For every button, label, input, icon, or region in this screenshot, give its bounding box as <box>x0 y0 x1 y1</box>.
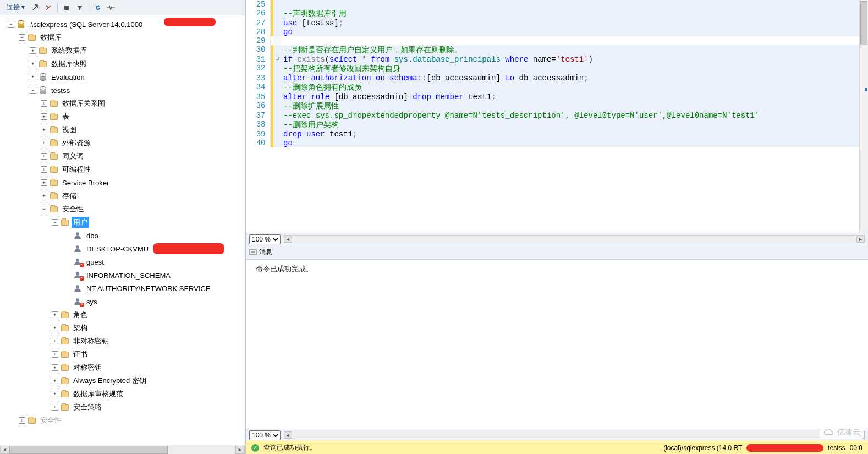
db-diagrams[interactable]: +数据库关系图 <box>0 97 245 110</box>
db-security[interactable]: −安全性 <box>0 203 245 216</box>
code-content[interactable]: if exists(select * from sys.database_pri… <box>281 55 868 64</box>
connect-icon[interactable] <box>29 2 41 14</box>
expand-icon[interactable]: + <box>52 338 58 344</box>
zoom-select[interactable]: 100 % <box>249 234 281 244</box>
tree-scroll[interactable]: −.\sqlexpress (SQL Server 14.0.1000 −数据库… <box>0 15 245 445</box>
messages-hscrollbar[interactable]: ◄► <box>284 431 865 439</box>
code-content[interactable] <box>281 36 868 45</box>
code-content[interactable]: alter role [db_accessadmin] drop member … <box>281 92 868 101</box>
expand-icon[interactable]: + <box>52 351 58 358</box>
db-audit[interactable]: +数据库审核规范 <box>0 387 245 401</box>
code-content[interactable]: go <box>281 28 868 36</box>
code-line[interactable]: 34--删除角色拥有的成员 <box>246 83 868 92</box>
code-content[interactable]: --删除扩展属性 <box>281 101 868 111</box>
code-content[interactable]: --exec sys.sp_dropextendedproperty @name… <box>281 111 868 120</box>
database-snapshots[interactable]: +数据库快照 <box>0 57 245 70</box>
databases-node[interactable]: −数据库 <box>0 31 245 44</box>
code-line[interactable]: 25 <box>246 0 868 9</box>
code-line[interactable]: 32--把架构所有者修改回来架构自身 <box>246 64 868 74</box>
scroll-left-icon[interactable]: ◄ <box>0 446 9 454</box>
code-line[interactable]: 31⊟if exists(select * from sys.database_… <box>246 55 868 64</box>
database-evaluation[interactable]: +Evaluation <box>0 70 245 84</box>
server-security[interactable]: +安全性 <box>0 414 245 427</box>
db-service-broker[interactable]: +Service Broker <box>0 176 245 189</box>
collapse-icon[interactable]: − <box>52 219 58 226</box>
code-line[interactable]: 37--exec sys.sp_dropextendedproperty @na… <box>246 111 868 120</box>
expand-icon[interactable]: + <box>52 311 58 318</box>
expand-icon[interactable]: + <box>30 74 36 80</box>
expand-icon[interactable]: + <box>52 391 58 397</box>
code-line[interactable]: 29 <box>246 36 868 45</box>
users-node[interactable]: −用户 <box>0 216 245 229</box>
schemas-node[interactable]: +架构 <box>0 321 245 335</box>
refresh-icon[interactable] <box>92 2 104 14</box>
scroll-thumb[interactable] <box>860 1 867 45</box>
expand-icon[interactable]: + <box>41 193 47 199</box>
code-content[interactable]: alter authorization on schema::[db_acces… <box>281 74 868 83</box>
explorer-hscrollbar[interactable]: ◄ ► <box>0 445 245 454</box>
certificates-node[interactable]: +证书 <box>0 348 245 361</box>
scroll-thumb[interactable] <box>9 446 168 454</box>
user-nt-authority[interactable]: NT AUTHORITY\NETWORK SERVICE <box>0 282 245 295</box>
code-line[interactable]: 27use [testss]; <box>246 19 868 28</box>
code-content[interactable]: --声明数据库引用 <box>281 9 868 19</box>
filter-icon[interactable] <box>74 2 86 14</box>
symmetric-keys[interactable]: +对称密钥 <box>0 361 245 374</box>
user-guest[interactable]: guest <box>0 255 245 269</box>
expand-icon[interactable]: + <box>30 47 36 54</box>
scroll-right-icon[interactable]: ► <box>856 236 865 243</box>
roles-node[interactable]: +角色 <box>0 308 245 321</box>
database-testss[interactable]: −testss <box>0 84 245 97</box>
db-programmability[interactable]: +可编程性 <box>0 163 245 176</box>
user-dbo[interactable]: dbo <box>0 229 245 242</box>
collapse-icon[interactable]: − <box>41 206 47 212</box>
collapse-icon[interactable]: − <box>19 34 25 41</box>
code-content[interactable]: use [testss]; <box>281 19 868 28</box>
messages-body[interactable]: 命令已成功完成。 <box>246 260 868 429</box>
code-line[interactable]: 33alter authorization on schema::[db_acc… <box>246 74 868 83</box>
disconnect-icon[interactable] <box>42 2 54 14</box>
expand-icon[interactable]: + <box>30 61 36 67</box>
code-editor[interactable]: 2526--声明数据库引用27use [testss];28go2930--判断… <box>246 0 868 233</box>
code-line[interactable]: 39drop user test1; <box>246 130 868 139</box>
code-line[interactable]: 35alter role [db_accessadmin] drop membe… <box>246 92 868 101</box>
db-synonyms[interactable]: +同义词 <box>0 150 245 163</box>
code-line[interactable]: 36--删除扩展属性 <box>246 101 868 111</box>
expand-icon[interactable]: + <box>41 113 47 120</box>
expand-icon[interactable]: + <box>52 404 58 411</box>
code-content[interactable]: --把架构所有者修改回来架构自身 <box>281 64 868 74</box>
expand-icon[interactable]: + <box>41 179 47 186</box>
editor-hscrollbar[interactable]: ◄► <box>284 235 865 243</box>
asymmetric-keys[interactable]: +非对称密钥 <box>0 335 245 348</box>
expand-icon[interactable]: + <box>41 153 47 160</box>
code-line[interactable]: 28go <box>246 28 868 36</box>
code-line[interactable]: 38--删除用户架构 <box>246 120 868 130</box>
scroll-left-icon[interactable]: ◄ <box>284 431 292 439</box>
stop-icon[interactable] <box>61 2 73 14</box>
zoom-select[interactable]: 100 % <box>249 430 281 440</box>
always-encrypted[interactable]: +Always Encrypted 密钥 <box>0 374 245 387</box>
collapse-icon[interactable]: − <box>30 87 36 94</box>
editor-vscrollbar[interactable] <box>859 0 868 233</box>
security-policies[interactable]: +安全策略 <box>0 401 245 414</box>
expand-icon[interactable]: + <box>41 100 47 107</box>
expand-icon[interactable]: + <box>52 325 58 331</box>
code-content[interactable]: --删除角色拥有的成员 <box>281 83 868 92</box>
code-content[interactable] <box>281 0 868 9</box>
code-line[interactable]: 30--判断是否存在用户自定义用户，如果存在则删除。 <box>246 45 868 55</box>
code-content[interactable]: go <box>281 139 868 147</box>
db-tables[interactable]: +表 <box>0 110 245 123</box>
db-external-resources[interactable]: +外部资源 <box>0 136 245 150</box>
expand-icon[interactable]: + <box>41 127 47 133</box>
system-databases[interactable]: +系统数据库 <box>0 44 245 57</box>
expand-icon[interactable]: + <box>52 378 58 384</box>
expand-icon[interactable]: + <box>41 140 47 146</box>
db-views[interactable]: +视图 <box>0 123 245 136</box>
fold-gutter[interactable]: ⊟ <box>273 55 281 64</box>
activity-icon[interactable] <box>105 2 117 14</box>
code-line[interactable]: 40go <box>246 139 868 147</box>
code-content[interactable]: drop user test1; <box>281 130 868 139</box>
user-info-schema[interactable]: INFORMATION_SCHEMA <box>0 269 245 282</box>
user-sys[interactable]: sys <box>0 295 245 308</box>
scroll-right-icon[interactable]: ► <box>235 446 245 454</box>
